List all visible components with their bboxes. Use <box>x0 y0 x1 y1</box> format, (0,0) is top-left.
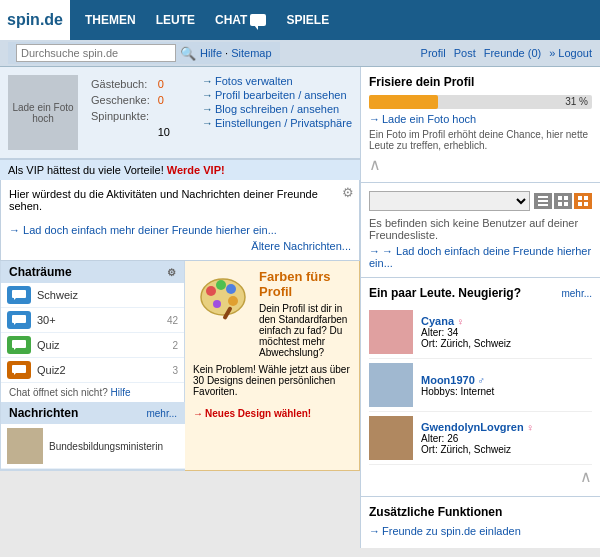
svg-rect-22 <box>578 196 582 200</box>
chatroom-count: 42 <box>167 315 178 326</box>
farben-body-text: Kein Problem! Wähle jetzt aus über 30 De… <box>193 364 351 397</box>
gaestebuch-label: Gästebuch: <box>88 77 153 91</box>
frisieren-title: Frisiere dein Profil <box>369 75 592 89</box>
nav-themen[interactable]: THEMEN <box>75 13 146 27</box>
sitemap-link[interactable]: Sitemap <box>231 47 271 59</box>
hilfe-link[interactable]: Hilfe <box>200 47 222 59</box>
chatroom-icon <box>7 361 31 379</box>
nav: THEMEN LEUTE CHAT SPIELE <box>70 13 600 27</box>
ort-value: Zürich, Schweiz <box>440 338 511 349</box>
farben-palette-icon <box>193 269 253 358</box>
people-section: Ein paar Leute. Neugierig? mehr... Cyana… <box>361 278 600 497</box>
logout-link[interactable]: » Logout <box>549 47 592 59</box>
chatroom-icon <box>7 286 31 304</box>
avatar[interactable]: Lade ein Foto hoch <box>8 75 78 150</box>
vip-link[interactable]: Werde VIP! <box>167 164 225 176</box>
people-collapse-icon[interactable]: ∧ <box>580 468 592 485</box>
person-name[interactable]: Cyana <box>421 315 454 327</box>
svg-rect-21 <box>564 202 568 206</box>
person-moon1970: Moon1970 ♂ Hobbys: Internet <box>369 359 592 412</box>
person-name[interactable]: GwendolynLovgren <box>421 421 524 433</box>
nav-leute[interactable]: LEUTE <box>146 13 205 27</box>
friends-link[interactable]: Freunde (0) <box>484 47 541 59</box>
gender-icon: ♂ <box>478 375 486 386</box>
chatrooms-title: Chaträume <box>9 265 72 279</box>
chatroom-quiz2[interactable]: Quiz2 3 <box>1 358 184 383</box>
farben-text: Farben fürs Profil Dein Profil ist dir i… <box>259 269 351 358</box>
older-messages-link[interactable]: Ältere Nachrichten... <box>251 240 351 252</box>
right-scroll: Frisiere dein Profil 31 % Lade ein Foto … <box>361 67 600 548</box>
gaestebuch-value[interactable]: 0 <box>155 77 173 91</box>
friends-area: Es befinden sich keine Benutzer auf dein… <box>361 183 600 278</box>
svg-rect-20 <box>558 202 562 206</box>
list-view-icon[interactable] <box>534 193 552 209</box>
nachricht-item[interactable]: Bundesbildungsministerin <box>1 424 185 469</box>
hobby-label: Hobbys: <box>421 386 458 397</box>
person-thumb <box>369 310 413 354</box>
chatroom-icon <box>7 336 31 354</box>
profil-bearbeiten-link[interactable]: Profil bearbeiten / ansehen <box>202 89 352 101</box>
svg-rect-25 <box>584 202 588 206</box>
search-button[interactable]: 🔍 <box>176 45 200 62</box>
nachrichten-header: Nachrichten mehr... <box>1 402 185 424</box>
people-title: Ein paar Leute. Neugierig? <box>369 286 521 300</box>
right-column: Frisiere dein Profil 31 % Lade ein Foto … <box>360 67 600 548</box>
profile-info: Gästebuch: 0 Geschenke: 0 Spinpunkte: 10 <box>86 75 194 150</box>
svg-rect-16 <box>538 200 548 202</box>
frisieren-collapse-icon[interactable]: ∧ <box>369 155 381 174</box>
einstellungen-link[interactable]: Einstellungen / Privatsphäre <box>202 117 352 129</box>
person-gwendolyn: GwendolynLovgren ♀ Alter: 26 Ort: Zürich… <box>369 412 592 465</box>
svg-rect-23 <box>584 196 588 200</box>
ort-label: Ort: <box>421 444 438 455</box>
farben-cta-link[interactable]: Neues Design wählen! <box>193 408 311 419</box>
chat-hilfe-link[interactable]: Hilfe <box>111 387 131 398</box>
fotos-link[interactable]: Fotos verwalten <box>202 75 352 87</box>
chatroom-count: 2 <box>172 340 178 351</box>
svg-rect-2 <box>12 315 26 323</box>
nav-spiele[interactable]: SPIELE <box>276 13 339 27</box>
person-cyana: Cyana ♀ Alter: 34 Ort: Zürich, Schweiz <box>369 306 592 359</box>
progress-bar-bg: 31 % <box>369 95 592 109</box>
upload-photo-link[interactable]: Lade ein Foto hoch <box>369 113 592 125</box>
logo[interactable]: spin.de <box>0 0 70 40</box>
people-more-link[interactable]: mehr... <box>561 288 592 299</box>
chatroom-30plus[interactable]: 30+ 42 <box>1 308 184 333</box>
chatroom-quiz[interactable]: Quiz 2 <box>1 333 184 358</box>
search-input[interactable] <box>16 44 176 62</box>
people-header: Ein paar Leute. Neugierig? mehr... <box>369 286 592 300</box>
blog-link[interactable]: Blog schreiben / ansehen <box>202 103 352 115</box>
freunde-einladen-link[interactable]: Freunde zu spin.de einladen <box>369 525 592 537</box>
friends-dropdown[interactable] <box>369 191 530 211</box>
gender-icon: ♀ <box>526 422 534 433</box>
chatrooms-settings-icon[interactable]: ⚙ <box>167 267 176 278</box>
svg-point-12 <box>228 296 238 306</box>
farben-title: Farben fürs Profil <box>259 269 351 299</box>
chat-bubble-icon <box>250 14 266 26</box>
spinpunkte-label: Spinpunkte: <box>88 109 153 123</box>
top-nav-links: Profil Post Freunde (0) » Logout <box>421 47 592 59</box>
settings-icon[interactable]: ⚙ <box>342 185 354 200</box>
nachrichten-title: Nachrichten <box>9 406 78 420</box>
post-link[interactable]: Post <box>454 47 476 59</box>
chatroom-schweiz[interactable]: Schweiz <box>1 283 184 308</box>
friends-invite-link[interactable]: → Lad doch einfach deine Freunde hierher… <box>369 245 592 269</box>
person-name[interactable]: Moon1970 <box>421 374 475 386</box>
geschenke-value[interactable]: 0 <box>155 93 173 107</box>
chatroom-name: Schweiz <box>37 289 178 301</box>
hobby-value: Internet <box>460 386 494 397</box>
chatroom-count: 3 <box>172 365 178 376</box>
profil-link[interactable]: Profil <box>421 47 446 59</box>
top-bar: 🔍 Hilfe · Sitemap Profil Post Freunde (0… <box>0 40 600 67</box>
person-info: Moon1970 ♂ Hobbys: Internet <box>421 374 494 397</box>
grid-view-icon[interactable] <box>554 193 572 209</box>
bottom-left: Chaträume ⚙ Schweiz 30+ 42 <box>0 261 360 471</box>
friends-controls <box>369 191 592 211</box>
nav-chat[interactable]: CHAT <box>205 13 276 27</box>
svg-rect-4 <box>12 340 26 348</box>
chatrooms-section: Chaträume ⚙ Schweiz 30+ 42 <box>0 261 185 471</box>
person-thumb <box>369 416 413 460</box>
left-column: Lade ein Foto hoch Gästebuch: 0 Geschenk… <box>0 67 360 548</box>
large-grid-view-icon[interactable] <box>574 193 592 209</box>
nachrichten-more-link[interactable]: mehr... <box>146 408 177 419</box>
invite-friends-link[interactable]: → Lad doch einfach mehr deiner Freunde h… <box>9 224 277 236</box>
